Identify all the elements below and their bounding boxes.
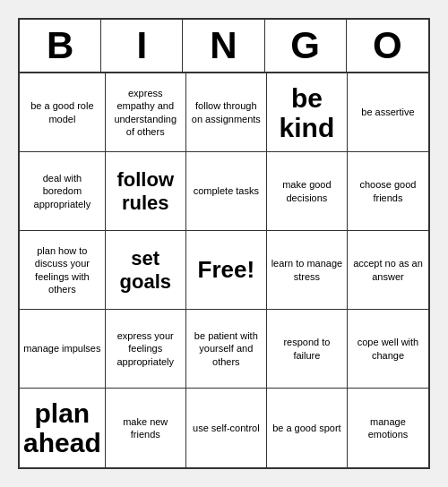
- bingo-cell-13[interactable]: learn to manage stress: [267, 231, 348, 310]
- bingo-cell-7[interactable]: complete tasks: [186, 152, 267, 231]
- bingo-letter-o: O: [347, 20, 428, 72]
- bingo-cell-4[interactable]: be assertive: [348, 73, 428, 152]
- bingo-cell-5[interactable]: deal with boredom appropriately: [20, 152, 106, 231]
- bingo-cell-6[interactable]: follow rules: [106, 152, 186, 231]
- bingo-cell-14[interactable]: accept no as an answer: [348, 231, 428, 310]
- bingo-grid: be a good role modelexpress empathy and …: [20, 73, 428, 467]
- bingo-cell-23[interactable]: be a good sport: [267, 389, 348, 467]
- bingo-cell-18[interactable]: respond to failure: [267, 310, 348, 389]
- bingo-header: BINGO: [20, 20, 428, 73]
- bingo-cell-10[interactable]: plan how to discuss your feelings with o…: [20, 231, 106, 310]
- bingo-cell-24[interactable]: manage emotions: [348, 389, 428, 467]
- bingo-cell-16[interactable]: express your feelings appropriately: [106, 310, 186, 389]
- bingo-letter-g: G: [265, 20, 347, 72]
- bingo-cell-22[interactable]: use self-control: [186, 389, 267, 467]
- bingo-cell-8[interactable]: make good decisions: [267, 152, 348, 231]
- bingo-cell-2[interactable]: follow through on assignments: [186, 73, 267, 152]
- bingo-cell-19[interactable]: cope well with change: [348, 310, 428, 389]
- bingo-letter-i: I: [101, 20, 183, 72]
- bingo-cell-3[interactable]: be kind: [267, 73, 348, 152]
- bingo-cell-21[interactable]: make new friends: [106, 389, 186, 467]
- bingo-cell-17[interactable]: be patient with yourself and others: [186, 310, 267, 389]
- bingo-cell-9[interactable]: choose good friends: [348, 152, 428, 231]
- bingo-cell-0[interactable]: be a good role model: [20, 73, 106, 152]
- bingo-letter-b: B: [20, 20, 101, 72]
- bingo-card: BINGO be a good role modelexpress empath…: [18, 18, 430, 469]
- bingo-cell-12[interactable]: Free!: [186, 231, 267, 310]
- bingo-cell-15[interactable]: manage impulses: [20, 310, 106, 389]
- bingo-cell-1[interactable]: express empathy and understanding of oth…: [106, 73, 186, 152]
- bingo-cell-20[interactable]: plan ahead: [20, 389, 106, 467]
- bingo-cell-11[interactable]: set goals: [106, 231, 186, 310]
- bingo-letter-n: N: [183, 20, 264, 72]
